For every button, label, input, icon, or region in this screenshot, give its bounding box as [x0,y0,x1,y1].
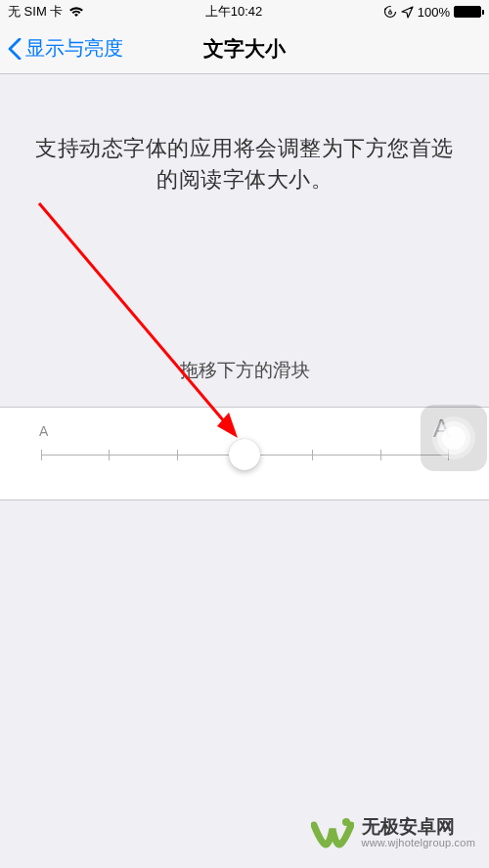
text-size-slider[interactable] [41,455,448,456]
watermark-logo-icon [311,811,354,854]
chevron-left-icon [8,38,22,60]
assistive-touch-center [442,426,466,450]
description-text: 支持动态字体的应用将会调整为下方您首选的阅读字体大小。 [0,74,489,195]
lock-rotation-icon [383,5,397,19]
slider-tick [380,450,381,460]
text-size-slider-panel: A A [0,407,489,500]
svg-point-3 [342,818,350,826]
page-title: 文字大小 [203,35,286,63]
watermark: 无极安卓网 www.wjhotelgroup.com [311,811,476,854]
slider-tick [177,450,178,460]
assistive-touch-button[interactable] [421,405,487,471]
slider-tick [109,450,110,460]
slider-tick [41,450,42,460]
status-left: 无 SIM 卡 [8,3,84,21]
location-icon [401,6,414,19]
assistive-touch-ring [437,421,470,455]
slider-min-label: A [39,423,48,439]
carrier-text: 无 SIM 卡 [8,3,63,21]
watermark-title: 无极安卓网 [362,817,476,838]
assistive-touch-ring [432,416,475,459]
battery-percent: 100% [418,5,450,20]
status-right: 100% [383,5,481,20]
back-button[interactable]: 显示与亮度 [0,35,123,62]
content-area: 支持动态字体的应用将会调整为下方您首选的阅读字体大小。 拖移下方的滑块 A A [0,74,489,500]
status-time: 上午10:42 [205,3,263,21]
nav-bar: 显示与亮度 文字大小 [0,23,489,74]
status-bar: 无 SIM 卡 上午10:42 100% [0,0,489,23]
watermark-text: 无极安卓网 www.wjhotelgroup.com [362,817,476,849]
slider-thumb[interactable] [229,439,260,470]
slider-tick [312,450,313,460]
battery-icon [454,6,481,18]
watermark-url: www.wjhotelgroup.com [362,837,476,848]
slider-instruction-text: 拖移下方的滑块 [0,358,489,383]
back-label: 显示与亮度 [25,35,123,62]
wifi-icon [68,6,84,18]
